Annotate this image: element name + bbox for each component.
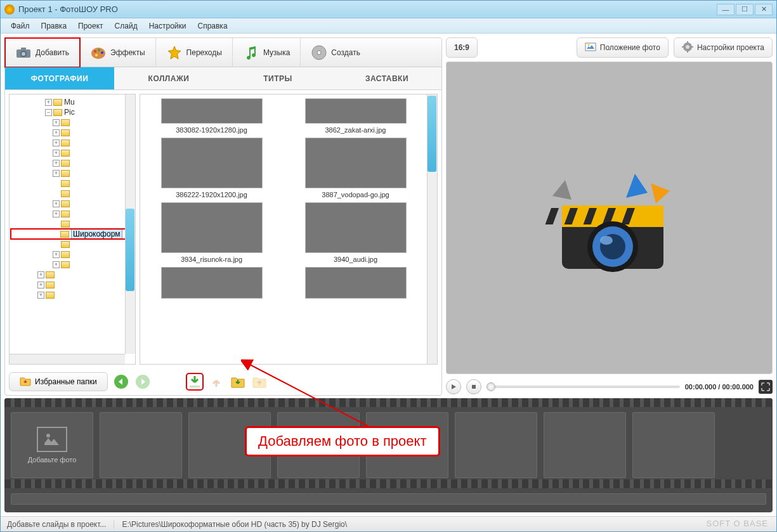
effects-button[interactable]: Эффекты [80,38,156,67]
star-icon [166,44,183,61]
thumb-item[interactable]: 3862_zakat-arxi.jpg [299,98,413,134]
svg-point-8 [95,54,98,56]
transitions-button-label: Переходы [186,48,222,57]
fullscreen-button[interactable] [759,380,773,394]
stop-button[interactable] [466,379,481,394]
thumb-caption: 383082-1920x1280.jpg [176,126,247,134]
left-panel: Добавить Эффекты Переходы Музыка [4,37,442,396]
thumb-image [305,98,407,124]
camera-add-icon [15,44,32,61]
timeline-slot[interactable] [100,412,182,478]
thumb-item[interactable]: 3940_audi.jpg [299,202,413,263]
svg-point-10 [317,51,321,55]
svg-rect-19 [682,46,684,48]
transitions-button[interactable]: Переходы [156,38,233,67]
thumb-image [161,98,263,124]
tree-scrollbar-h[interactable] [10,354,125,364]
svg-rect-20 [691,46,693,48]
timeline-slot[interactable] [544,412,626,478]
timeline-add-label: Добавьте фото [28,456,77,464]
timeline-slot[interactable] [632,412,715,478]
preview-area [446,62,773,374]
svg-point-14 [587,44,589,46]
nav-back-button[interactable] [113,373,129,390]
image-placeholder-icon [37,427,67,452]
svg-point-16 [686,45,689,49]
watermark: SOFT O BASE [707,519,768,528]
seek-knob[interactable] [486,382,495,391]
minimize-button[interactable]: — [717,4,735,15]
svg-point-2 [22,52,25,56]
menu-project[interactable]: Проект [73,20,108,32]
thumb-item[interactable] [155,267,269,299]
add-button[interactable]: Добавить [5,38,80,67]
tree-scrollbar-v[interactable] [125,94,135,354]
folder-tree[interactable]: +Mu −Pic + + + + + + + [9,94,136,365]
svg-rect-24 [545,208,558,224]
disc-icon [311,44,327,61]
menu-file[interactable]: Файл [6,20,35,32]
create-button-label: Создать [331,48,360,57]
menu-slide[interactable]: Слайд [110,20,143,32]
thumb-caption: 3887_vodopad-go.jpg [322,191,389,198]
main-toolbar: Добавить Эффекты Переходы Музыка [5,38,441,67]
add-to-project-button[interactable] [186,373,203,390]
remove-from-project-button[interactable] [208,373,225,390]
svg-point-7 [101,51,103,54]
tab-photos[interactable]: ФОТОГРАФИИ [5,67,114,89]
photo-position-icon [585,42,596,53]
menu-edit[interactable]: Правка [36,20,72,32]
svg-point-6 [98,49,100,51]
remove-all-button[interactable] [251,373,268,390]
statusbar: Добавьте слайды в проект... E:\Pictures\… [1,516,776,531]
thumb-caption: 3862_zakat-arxi.jpg [325,126,386,134]
thumb-caption: 3934_risunok-ra.jpg [181,256,242,263]
close-button[interactable]: ✕ [755,4,773,15]
thumb-item[interactable] [299,267,413,299]
gear-icon [682,41,693,55]
tab-collages[interactable]: КОЛЛАЖИ [114,67,223,89]
menu-help[interactable]: Справка [192,20,232,32]
tab-titles[interactable]: ТИТРЫ [223,67,332,89]
maximize-button[interactable]: ☐ [736,4,754,15]
timeline-add-slot[interactable]: Добавьте фото [11,412,93,478]
photo-position-button[interactable]: Положение фото [577,37,669,58]
nav-forward-button[interactable] [134,373,151,390]
folder-selected-label: Широкоформ [71,229,122,239]
audio-track[interactable] [11,493,766,505]
thumb-item[interactable]: 386222-1920x1200.jpg [155,138,269,198]
time-display: 00:00.000 / 00:00.000 [685,383,754,391]
play-button[interactable] [446,379,461,394]
favorite-folders-button[interactable]: Избранные папки [9,372,108,391]
status-path: E:\Pictures\Широкоформатные обои HD (час… [122,520,347,529]
svg-rect-18 [687,51,688,53]
thumb-item[interactable]: 383082-1920x1280.jpg [155,98,269,134]
svg-rect-17 [687,41,688,43]
thumbnail-grid: 383082-1920x1280.jpg 3862_zakat-arxi.jpg… [140,94,438,365]
sub-tabs: ФОТОГРАФИИ КОЛЛАЖИ ТИТРЫ ЗАСТАВКИ [5,67,441,90]
add-all-button[interactable] [230,373,246,390]
timeline-slot[interactable] [455,412,537,478]
project-settings-button[interactable]: Настройки проекта [674,37,773,58]
transport-bar: 00:00.000 / 00:00.000 [446,378,773,396]
thumb-item[interactable]: 3934_risunok-ra.jpg [155,202,269,263]
menu-settings[interactable]: Настройки [144,20,192,32]
thumb-item[interactable]: 3887_vodopad-go.jpg [299,138,413,198]
aspect-ratio-button[interactable]: 16:9 [446,37,478,58]
app-icon [4,4,15,15]
thumbs-scrollbar[interactable] [427,94,437,364]
bottom-toolbar: Избранные папки [5,368,441,395]
thumb-image [161,202,263,253]
annotation-callout: Добавляем фото в проект [245,426,440,457]
create-button[interactable]: Создать [301,38,370,67]
seek-bar[interactable] [486,386,680,388]
thumb-image [305,267,407,299]
palette-icon [90,44,107,61]
tab-intros[interactable]: ЗАСТАВКИ [332,67,441,89]
window-title: Проект 1 - ФотоШОУ PRO [18,4,717,14]
preview-placeholder-icon [527,155,692,282]
svg-point-34 [46,434,50,438]
photo-position-label: Положение фото [600,43,660,52]
folder-selected[interactable]: Широкоформ [11,229,134,239]
music-button[interactable]: Музыка [233,38,301,67]
